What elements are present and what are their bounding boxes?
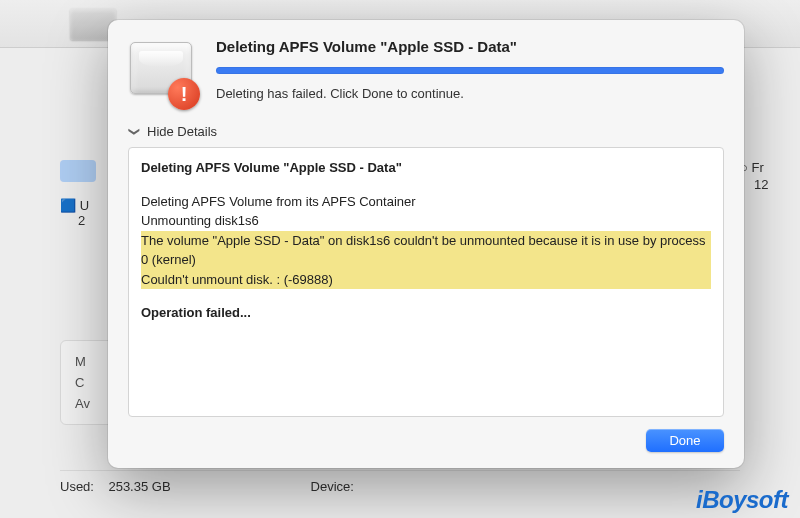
alert-glyph: ! xyxy=(181,83,188,106)
dialog-header: ! Deleting APFS Volume "Apple SSD - Data… xyxy=(128,38,724,108)
log-line: Deleting APFS Volume from its APFS Conta… xyxy=(141,192,711,212)
alert-icon: ! xyxy=(168,78,200,110)
log-error-highlight: Couldn't unmount disk. : (-69888) xyxy=(141,270,711,290)
toggle-label: Hide Details xyxy=(147,124,217,139)
details-log[interactable]: Deleting APFS Volume "Apple SSD - Data" … xyxy=(128,147,724,417)
log-line: Unmounting disk1s6 xyxy=(141,211,711,231)
watermark: iBoysoft xyxy=(696,486,788,514)
dialog-title: Deleting APFS Volume "Apple SSD - Data" xyxy=(216,38,724,55)
dialog-header-text: Deleting APFS Volume "Apple SSD - Data" … xyxy=(216,38,724,101)
progress-bar xyxy=(216,67,724,74)
dialog-icon: ! xyxy=(128,38,198,108)
chevron-down-icon: ❯ xyxy=(128,127,141,136)
log-error-highlight: The volume "Apple SSD - Data" on disk1s6… xyxy=(141,231,711,270)
watermark-text: iBoysoft xyxy=(696,486,788,513)
hide-details-toggle[interactable]: ❯ Hide Details xyxy=(130,124,724,139)
done-button[interactable]: Done xyxy=(646,429,724,452)
delete-volume-dialog: ! Deleting APFS Volume "Apple SSD - Data… xyxy=(108,20,744,468)
dialog-footer: Done xyxy=(128,429,724,452)
log-status: Operation failed... xyxy=(141,303,711,323)
log-heading: Deleting APFS Volume "Apple SSD - Data" xyxy=(141,158,711,178)
dialog-subtitle: Deleting has failed. Click Done to conti… xyxy=(216,86,724,101)
